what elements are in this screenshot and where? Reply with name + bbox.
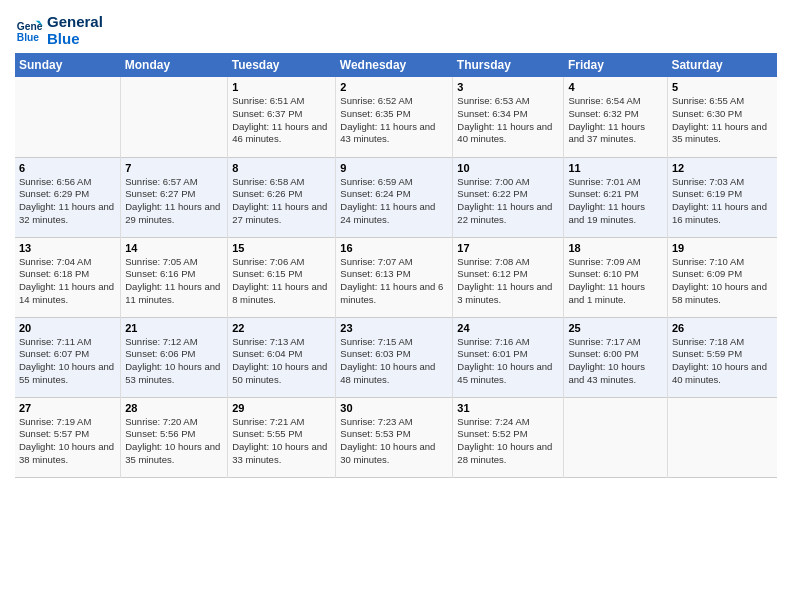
cell-content: Sunrise: 7:15 AM Sunset: 6:03 PM Dayligh…	[340, 336, 448, 387]
calendar-cell: 12Sunrise: 7:03 AM Sunset: 6:19 PM Dayli…	[667, 157, 777, 237]
calendar-cell: 24Sunrise: 7:16 AM Sunset: 6:01 PM Dayli…	[453, 317, 564, 397]
calendar-cell: 15Sunrise: 7:06 AM Sunset: 6:15 PM Dayli…	[228, 237, 336, 317]
cell-content: Sunrise: 7:07 AM Sunset: 6:13 PM Dayligh…	[340, 256, 448, 307]
day-number: 15	[232, 242, 331, 254]
day-number: 7	[125, 162, 223, 174]
cell-content: Sunrise: 6:51 AM Sunset: 6:37 PM Dayligh…	[232, 95, 331, 146]
cell-content: Sunrise: 6:54 AM Sunset: 6:32 PM Dayligh…	[568, 95, 662, 146]
calendar-cell: 25Sunrise: 7:17 AM Sunset: 6:00 PM Dayli…	[564, 317, 667, 397]
calendar-cell: 30Sunrise: 7:23 AM Sunset: 5:53 PM Dayli…	[336, 397, 453, 477]
cell-content: Sunrise: 6:55 AM Sunset: 6:30 PM Dayligh…	[672, 95, 773, 146]
calendar-cell: 3Sunrise: 6:53 AM Sunset: 6:34 PM Daylig…	[453, 77, 564, 157]
day-number: 14	[125, 242, 223, 254]
calendar-cell	[564, 397, 667, 477]
cell-content: Sunrise: 7:05 AM Sunset: 6:16 PM Dayligh…	[125, 256, 223, 307]
cell-content: Sunrise: 7:17 AM Sunset: 6:00 PM Dayligh…	[568, 336, 662, 387]
cell-content: Sunrise: 7:24 AM Sunset: 5:52 PM Dayligh…	[457, 416, 559, 467]
weekday-header-thursday: Thursday	[453, 53, 564, 77]
day-number: 21	[125, 322, 223, 334]
calendar-cell: 19Sunrise: 7:10 AM Sunset: 6:09 PM Dayli…	[667, 237, 777, 317]
cell-content: Sunrise: 7:08 AM Sunset: 6:12 PM Dayligh…	[457, 256, 559, 307]
calendar-cell: 17Sunrise: 7:08 AM Sunset: 6:12 PM Dayli…	[453, 237, 564, 317]
cell-content: Sunrise: 7:00 AM Sunset: 6:22 PM Dayligh…	[457, 176, 559, 227]
calendar-cell: 16Sunrise: 7:07 AM Sunset: 6:13 PM Dayli…	[336, 237, 453, 317]
day-number: 12	[672, 162, 773, 174]
day-number: 4	[568, 81, 662, 93]
day-number: 27	[19, 402, 116, 414]
cell-content: Sunrise: 6:52 AM Sunset: 6:35 PM Dayligh…	[340, 95, 448, 146]
cell-content: Sunrise: 7:12 AM Sunset: 6:06 PM Dayligh…	[125, 336, 223, 387]
day-number: 30	[340, 402, 448, 414]
week-row-3: 13Sunrise: 7:04 AM Sunset: 6:18 PM Dayli…	[15, 237, 777, 317]
calendar-cell: 10Sunrise: 7:00 AM Sunset: 6:22 PM Dayli…	[453, 157, 564, 237]
calendar-cell: 9Sunrise: 6:59 AM Sunset: 6:24 PM Daylig…	[336, 157, 453, 237]
cell-content: Sunrise: 7:16 AM Sunset: 6:01 PM Dayligh…	[457, 336, 559, 387]
day-number: 16	[340, 242, 448, 254]
weekday-header-tuesday: Tuesday	[228, 53, 336, 77]
day-number: 29	[232, 402, 331, 414]
calendar-cell: 8Sunrise: 6:58 AM Sunset: 6:26 PM Daylig…	[228, 157, 336, 237]
day-number: 13	[19, 242, 116, 254]
day-number: 18	[568, 242, 662, 254]
cell-content: Sunrise: 7:06 AM Sunset: 6:15 PM Dayligh…	[232, 256, 331, 307]
day-number: 28	[125, 402, 223, 414]
day-number: 19	[672, 242, 773, 254]
weekday-header-wednesday: Wednesday	[336, 53, 453, 77]
day-number: 17	[457, 242, 559, 254]
day-number: 6	[19, 162, 116, 174]
calendar-cell	[667, 397, 777, 477]
calendar-cell: 2Sunrise: 6:52 AM Sunset: 6:35 PM Daylig…	[336, 77, 453, 157]
calendar-table: SundayMondayTuesdayWednesdayThursdayFrid…	[15, 53, 777, 478]
cell-content: Sunrise: 7:20 AM Sunset: 5:56 PM Dayligh…	[125, 416, 223, 467]
day-number: 25	[568, 322, 662, 334]
cell-content: Sunrise: 6:58 AM Sunset: 6:26 PM Dayligh…	[232, 176, 331, 227]
day-number: 22	[232, 322, 331, 334]
cell-content: Sunrise: 7:04 AM Sunset: 6:18 PM Dayligh…	[19, 256, 116, 307]
day-number: 9	[340, 162, 448, 174]
page-header: General Blue General Blue	[15, 10, 777, 47]
week-row-5: 27Sunrise: 7:19 AM Sunset: 5:57 PM Dayli…	[15, 397, 777, 477]
calendar-cell: 31Sunrise: 7:24 AM Sunset: 5:52 PM Dayli…	[453, 397, 564, 477]
day-number: 26	[672, 322, 773, 334]
day-number: 1	[232, 81, 331, 93]
cell-content: Sunrise: 7:19 AM Sunset: 5:57 PM Dayligh…	[19, 416, 116, 467]
week-row-1: 1Sunrise: 6:51 AM Sunset: 6:37 PM Daylig…	[15, 77, 777, 157]
cell-content: Sunrise: 7:09 AM Sunset: 6:10 PM Dayligh…	[568, 256, 662, 307]
day-number: 11	[568, 162, 662, 174]
cell-content: Sunrise: 6:57 AM Sunset: 6:27 PM Dayligh…	[125, 176, 223, 227]
logo-blue: Blue	[47, 31, 103, 48]
cell-content: Sunrise: 6:53 AM Sunset: 6:34 PM Dayligh…	[457, 95, 559, 146]
week-row-2: 6Sunrise: 6:56 AM Sunset: 6:29 PM Daylig…	[15, 157, 777, 237]
day-number: 8	[232, 162, 331, 174]
calendar-cell: 23Sunrise: 7:15 AM Sunset: 6:03 PM Dayli…	[336, 317, 453, 397]
calendar-cell: 6Sunrise: 6:56 AM Sunset: 6:29 PM Daylig…	[15, 157, 121, 237]
cell-content: Sunrise: 6:56 AM Sunset: 6:29 PM Dayligh…	[19, 176, 116, 227]
day-number: 24	[457, 322, 559, 334]
cell-content: Sunrise: 7:18 AM Sunset: 5:59 PM Dayligh…	[672, 336, 773, 387]
calendar-cell: 7Sunrise: 6:57 AM Sunset: 6:27 PM Daylig…	[121, 157, 228, 237]
calendar-cell	[15, 77, 121, 157]
cell-content: Sunrise: 7:01 AM Sunset: 6:21 PM Dayligh…	[568, 176, 662, 227]
calendar-cell: 20Sunrise: 7:11 AM Sunset: 6:07 PM Dayli…	[15, 317, 121, 397]
logo: General Blue General Blue	[15, 14, 103, 47]
day-number: 5	[672, 81, 773, 93]
weekday-header-monday: Monday	[121, 53, 228, 77]
weekday-header-saturday: Saturday	[667, 53, 777, 77]
cell-content: Sunrise: 7:13 AM Sunset: 6:04 PM Dayligh…	[232, 336, 331, 387]
cell-content: Sunrise: 6:59 AM Sunset: 6:24 PM Dayligh…	[340, 176, 448, 227]
calendar-cell: 21Sunrise: 7:12 AM Sunset: 6:06 PM Dayli…	[121, 317, 228, 397]
calendar-cell: 1Sunrise: 6:51 AM Sunset: 6:37 PM Daylig…	[228, 77, 336, 157]
cell-content: Sunrise: 7:10 AM Sunset: 6:09 PM Dayligh…	[672, 256, 773, 307]
calendar-cell: 29Sunrise: 7:21 AM Sunset: 5:55 PM Dayli…	[228, 397, 336, 477]
day-number: 2	[340, 81, 448, 93]
day-number: 23	[340, 322, 448, 334]
weekday-header-sunday: Sunday	[15, 53, 121, 77]
cell-content: Sunrise: 7:21 AM Sunset: 5:55 PM Dayligh…	[232, 416, 331, 467]
calendar-cell	[121, 77, 228, 157]
calendar-cell: 26Sunrise: 7:18 AM Sunset: 5:59 PM Dayli…	[667, 317, 777, 397]
day-number: 3	[457, 81, 559, 93]
cell-content: Sunrise: 7:11 AM Sunset: 6:07 PM Dayligh…	[19, 336, 116, 387]
logo-icon: General Blue	[15, 17, 43, 45]
calendar-cell: 27Sunrise: 7:19 AM Sunset: 5:57 PM Dayli…	[15, 397, 121, 477]
day-number: 31	[457, 402, 559, 414]
